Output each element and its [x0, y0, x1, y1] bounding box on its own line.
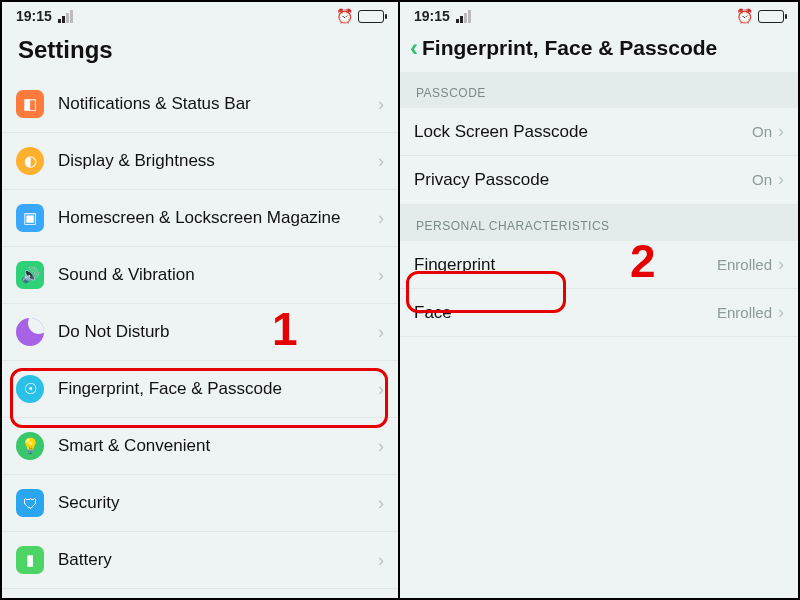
row-smart-convenient[interactable]: 💡 Smart & Convenient › [2, 418, 398, 475]
row-label: Smart & Convenient [58, 435, 378, 456]
row-label: Fingerprint [414, 254, 717, 275]
row-fingerprint-face-passcode[interactable]: ☉ Fingerprint, Face & Passcode › [2, 361, 398, 418]
row-homescreen[interactable]: ▣ Homescreen & Lockscreen Magazine › [2, 190, 398, 247]
alarm-icon: ⏰ [336, 8, 353, 24]
header-back[interactable]: ‹ Fingerprint, Face & Passcode [400, 26, 798, 72]
row-label: Do Not Disturb [58, 321, 378, 342]
battery-icon [358, 10, 384, 23]
row-battery[interactable]: ▮ Battery › [2, 532, 398, 589]
chevron-right-icon: › [778, 302, 784, 323]
settings-list: ◧ Notifications & Status Bar › ◐ Display… [2, 76, 398, 589]
row-label: Face [414, 302, 717, 323]
passcode-list: Lock Screen Passcode On › Privacy Passco… [400, 108, 798, 205]
row-label: Display & Brightness [58, 150, 378, 171]
row-label: Fingerprint, Face & Passcode [58, 378, 378, 399]
row-security[interactable]: 🛡 Security › [2, 475, 398, 532]
status-left: 19:15 [16, 8, 73, 24]
row-label: Sound & Vibration [58, 264, 378, 285]
chevron-right-icon: › [378, 265, 384, 286]
chevron-right-icon: › [378, 151, 384, 172]
status-right: ⏰ [336, 8, 384, 24]
row-label: Lock Screen Passcode [414, 121, 752, 142]
chevron-right-icon: › [378, 322, 384, 343]
row-dnd[interactable]: Do Not Disturb › [2, 304, 398, 361]
security-icon: 🛡 [16, 489, 44, 517]
notifications-icon: ◧ [16, 90, 44, 118]
battery-setting-icon: ▮ [16, 546, 44, 574]
display-icon: ◐ [16, 147, 44, 175]
section-header-personal: PERSONAL CHARACTERISTICS [400, 205, 798, 241]
chevron-right-icon: › [378, 493, 384, 514]
row-sound[interactable]: 🔊 Sound & Vibration › [2, 247, 398, 304]
row-label: Battery [58, 549, 378, 570]
homescreen-icon: ▣ [16, 204, 44, 232]
smart-icon: 💡 [16, 432, 44, 460]
status-right: ⏰ [736, 8, 784, 24]
row-value: On [752, 171, 772, 188]
status-left: 19:15 [414, 8, 471, 24]
row-display[interactable]: ◐ Display & Brightness › [2, 133, 398, 190]
row-label: Notifications & Status Bar [58, 93, 378, 114]
chevron-right-icon: › [778, 169, 784, 190]
row-label: Homescreen & Lockscreen Magazine [58, 207, 378, 228]
row-value: On [752, 123, 772, 140]
settings-pane: 19:15 ⏰ Settings ◧ Notifications & Statu… [2, 2, 400, 598]
row-label: Privacy Passcode [414, 169, 752, 190]
row-value: Enrolled [717, 304, 772, 321]
status-time: 19:15 [414, 8, 450, 24]
alarm-icon: ⏰ [736, 8, 753, 24]
fingerprint-pane: 19:15 ⏰ ‹ Fingerprint, Face & Passcode P… [400, 2, 798, 598]
chevron-right-icon: › [378, 208, 384, 229]
dnd-icon [16, 318, 44, 346]
settings-header: Settings [2, 26, 398, 76]
chevron-right-icon: › [378, 436, 384, 457]
row-label: Security [58, 492, 378, 513]
back-chevron-icon: ‹ [410, 36, 418, 60]
row-face[interactable]: Face Enrolled › [400, 289, 798, 337]
status-bar: 19:15 ⏰ [400, 2, 798, 26]
row-lock-screen-passcode[interactable]: Lock Screen Passcode On › [400, 108, 798, 156]
section-header-passcode: PASSCODE [400, 72, 798, 108]
battery-icon [758, 10, 784, 23]
page-title: Fingerprint, Face & Passcode [422, 36, 717, 60]
chevron-right-icon: › [778, 121, 784, 142]
tutorial-screenshot: 19:15 ⏰ Settings ◧ Notifications & Statu… [0, 0, 800, 600]
signal-icon [58, 10, 73, 23]
personal-list: Fingerprint Enrolled › Face Enrolled › [400, 241, 798, 338]
chevron-right-icon: › [378, 94, 384, 115]
chevron-right-icon: › [778, 254, 784, 275]
row-notifications[interactable]: ◧ Notifications & Status Bar › [2, 76, 398, 133]
row-fingerprint[interactable]: Fingerprint Enrolled › [400, 241, 798, 289]
chevron-right-icon: › [378, 379, 384, 400]
signal-icon [456, 10, 471, 23]
page-title: Settings [18, 36, 382, 64]
status-bar: 19:15 ⏰ [2, 2, 398, 26]
row-value: Enrolled [717, 256, 772, 273]
sound-icon: 🔊 [16, 261, 44, 289]
fingerprint-icon: ☉ [16, 375, 44, 403]
chevron-right-icon: › [378, 550, 384, 571]
status-time: 19:15 [16, 8, 52, 24]
row-privacy-passcode[interactable]: Privacy Passcode On › [400, 156, 798, 204]
